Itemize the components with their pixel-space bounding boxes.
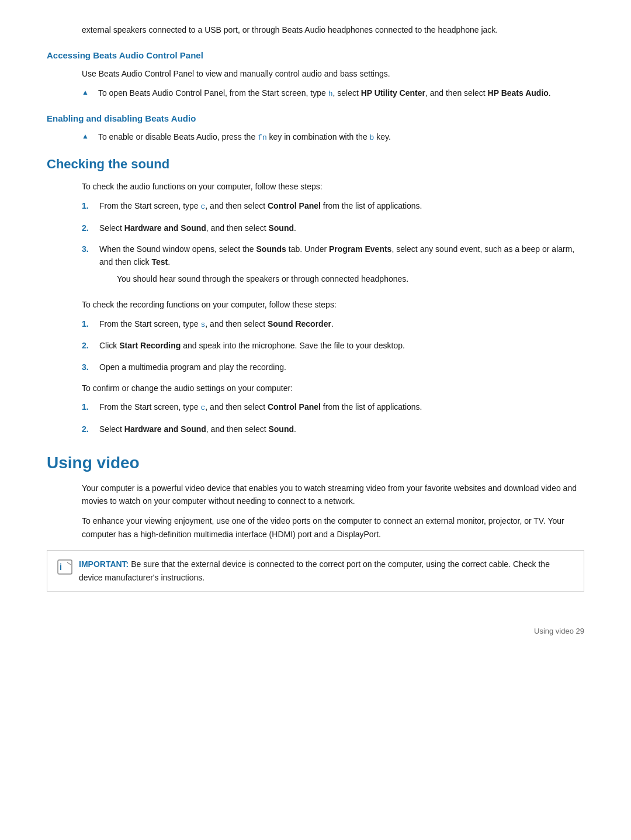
key-c-1: c	[201, 202, 206, 211]
step-number-1: 1.	[82, 199, 99, 213]
audio-step-1-content: From the Start screen, type c, and then …	[99, 199, 584, 213]
page-content: external speakers connected to a USB por…	[47, 23, 584, 635]
triangle-icon-2: ▲	[82, 131, 89, 144]
step-number-2: 2.	[82, 222, 99, 234]
audio-check-list: 1. From the Start screen, type c, and th…	[82, 199, 584, 290]
accessing-beats-description: Use Beats Audio Control Panel to view an…	[82, 67, 584, 80]
key-b: b	[370, 133, 375, 142]
using-video-section: Using video Your computer is a powerful …	[47, 454, 584, 592]
key-fn: fn	[258, 133, 267, 142]
intro-paragraph: external speakers connected to a USB por…	[82, 23, 584, 36]
enabling-beats-bullet-content: To enable or disable Beats Audio, press …	[98, 130, 584, 144]
audio-step-3-note: You should hear sound through the speake…	[117, 272, 584, 285]
rec-step-number-3: 3.	[82, 361, 99, 374]
audio-step-2: 2. Select Hardware and Sound, and then s…	[82, 222, 584, 234]
recording-step-3: 3. Open a multimedia program and play th…	[82, 361, 584, 374]
svg-text:i: i	[60, 562, 62, 572]
audio-step-2-content: Select Hardware and Sound, and then sele…	[99, 222, 584, 234]
recording-step-2: 2. Click Start Recording and speak into …	[82, 339, 584, 352]
recording-intro: To check the recording functions on your…	[82, 298, 584, 311]
step-number-3: 3.	[82, 243, 99, 290]
footer-text: Using video 29	[534, 627, 584, 635]
recording-step-1-content: From the Start screen, type s, and then …	[99, 317, 584, 331]
confirm-intro: To confirm or change the audio settings …	[82, 382, 584, 395]
important-icon: i	[57, 559, 73, 579]
key-s: s	[201, 320, 206, 329]
rec-step-number-2: 2.	[82, 339, 99, 352]
conf-step-number-2: 2.	[82, 423, 99, 435]
audio-step-1: 1. From the Start screen, type c, and th…	[82, 199, 584, 213]
checking-sound-section: Checking the sound To check the audio fu…	[47, 157, 584, 435]
confirm-step-1: 1. From the Start screen, type c, and th…	[82, 400, 584, 414]
key-h: h	[328, 89, 333, 98]
using-video-para1: Your computer is a powerful video device…	[82, 482, 584, 508]
rec-step-number-1: 1.	[82, 317, 99, 331]
conf-step-number-1: 1.	[82, 400, 99, 414]
accessing-beats-bullet-content: To open Beats Audio Control Panel, from …	[98, 87, 584, 101]
accessing-beats-bullet: ▲ To open Beats Audio Control Panel, fro…	[82, 87, 584, 101]
important-label: IMPORTANT:	[79, 559, 129, 569]
recording-step-1: 1. From the Start screen, type s, and th…	[82, 317, 584, 331]
audio-step-3-content: When the Sound window opens, select the …	[99, 243, 584, 290]
triangle-icon: ▲	[82, 87, 89, 101]
confirm-step-2-content: Select Hardware and Sound, and then sele…	[99, 423, 584, 435]
checking-sound-intro: To check the audio functions on your com…	[82, 180, 584, 193]
enabling-beats-section: Enabling and disabling Beats Audio ▲ To …	[47, 113, 584, 144]
page-footer: Using video 29	[47, 627, 584, 635]
confirm-step-2: 2. Select Hardware and Sound, and then s…	[82, 423, 584, 435]
confirm-list: 1. From the Start screen, type c, and th…	[82, 400, 584, 435]
recording-step-3-content: Open a multimedia program and play the r…	[99, 361, 584, 374]
audio-step-3: 3. When the Sound window opens, select t…	[82, 243, 584, 290]
using-video-para2: To enhance your viewing enjoyment, use o…	[82, 514, 584, 541]
important-content: IMPORTANT: Be sure that the external dev…	[79, 558, 574, 584]
checking-sound-heading: Checking the sound	[47, 157, 584, 172]
enabling-beats-heading: Enabling and disabling Beats Audio	[47, 113, 584, 123]
accessing-beats-section: Accessing Beats Audio Control Panel Use …	[47, 50, 584, 100]
accessing-beats-heading: Accessing Beats Audio Control Panel	[47, 50, 584, 60]
important-box: i IMPORTANT: Be sure that the external d…	[47, 550, 584, 592]
important-text: Be sure that the external device is conn…	[79, 559, 550, 582]
recording-list: 1. From the Start screen, type s, and th…	[82, 317, 584, 374]
confirm-step-1-content: From the Start screen, type c, and then …	[99, 400, 584, 414]
key-c-2: c	[201, 403, 206, 412]
recording-step-2-content: Click Start Recording and speak into the…	[99, 339, 584, 352]
enabling-beats-bullet: ▲ To enable or disable Beats Audio, pres…	[82, 130, 584, 144]
using-video-heading: Using video	[47, 454, 584, 472]
